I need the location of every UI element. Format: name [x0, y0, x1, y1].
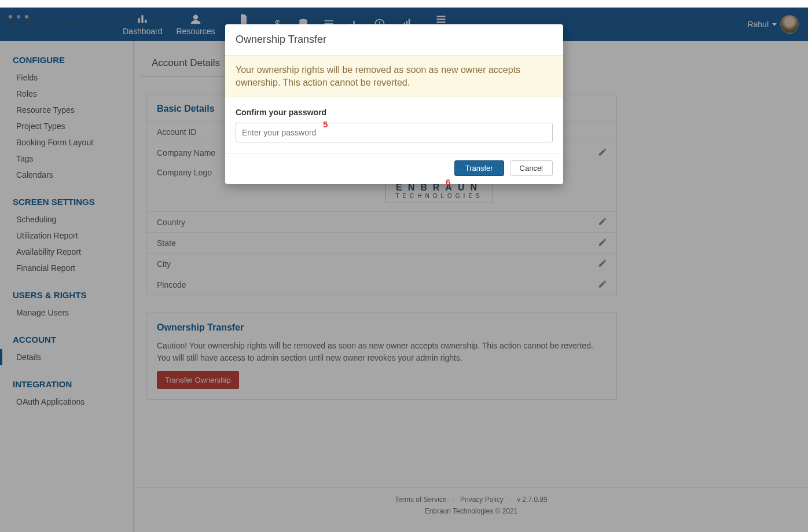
- annotation-5: 5: [323, 119, 328, 129]
- cancel-button[interactable]: Cancel: [510, 160, 553, 176]
- password-input[interactable]: [236, 123, 553, 142]
- password-label: Confirm your password: [236, 108, 326, 117]
- modal-alert: Your ownership rights will be removed as…: [225, 56, 563, 97]
- transfer-button[interactable]: Transfer: [454, 160, 504, 176]
- annotation-6: 6: [446, 177, 450, 187]
- modal-title: Ownership Transfer: [225, 24, 563, 56]
- ownership-transfer-modal: Ownership Transfer Your ownership rights…: [225, 24, 563, 184]
